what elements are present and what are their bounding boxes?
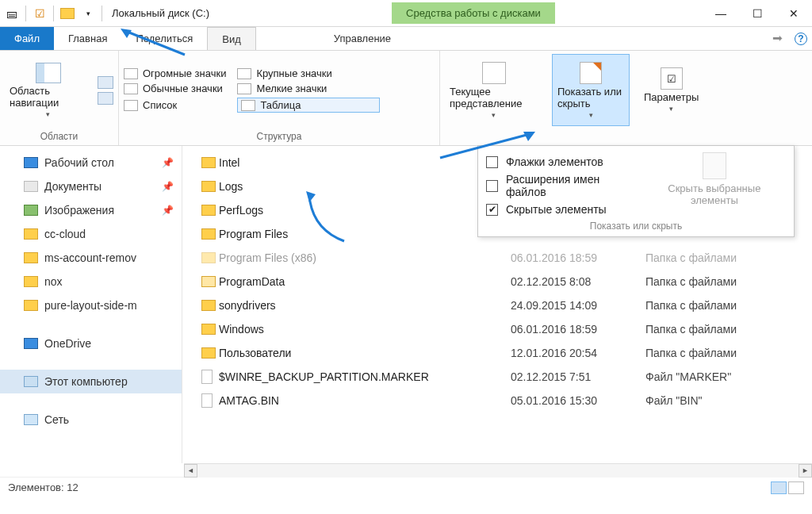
doc-icon — [24, 181, 38, 192]
file-date: 02.12.2015 7:51 — [511, 370, 645, 383]
help-icon[interactable]: ? — [795, 33, 807, 45]
details-pane-icon[interactable] — [98, 92, 113, 105]
file-name: Program Files — [219, 228, 511, 240]
file-type: Папка с файлами — [645, 275, 737, 288]
scroll-track[interactable] — [197, 464, 799, 478]
sidebar-item[interactable]: Рабочий стол📌 — [0, 151, 182, 175]
layout-medium-icons[interactable]: Обычные значки — [124, 82, 226, 94]
tab-file[interactable]: Файл — [0, 27, 54, 50]
item-count-label: Элементов: 12 — [8, 481, 79, 493]
file-date: 12.01.2016 20:54 — [511, 347, 645, 359]
window-controls: — ☐ ✕ — [703, 2, 812, 25]
folder-icon — [201, 228, 216, 240]
view-mode-icons-icon[interactable] — [788, 481, 804, 494]
folder-icon — [201, 181, 216, 192]
layout-huge-icons[interactable]: Огромные значки — [124, 67, 226, 79]
sidebar-item[interactable]: pure-layout-side-m — [0, 293, 182, 317]
file-type: Папка с файлами — [645, 251, 737, 264]
file-name: Program Files (x86) — [219, 251, 511, 264]
layout-details[interactable]: Таблица — [237, 98, 380, 113]
file-date: 05.01.2016 15:30 — [511, 394, 645, 407]
show-hide-button[interactable]: Показать или скрыть ▾ — [552, 54, 630, 126]
sidebar-item[interactable]: Документы📌 — [0, 175, 182, 198]
table-row[interactable]: ProgramData02.12.2015 8:08Папка с файлам… — [182, 270, 812, 293]
pin-icon: 📌 — [162, 181, 174, 192]
navigation-pane[interactable]: Рабочий стол📌Документы📌Изображения📌cc-cl… — [0, 146, 182, 463]
pin-icon: 📌 — [162, 157, 174, 168]
sidebar-item[interactable]: cc-cloud — [0, 222, 182, 246]
table-row[interactable]: Пользователи12.01.2016 20:54Папка с файл… — [182, 341, 812, 365]
sidebar-item[interactable]: ms-account-remov — [0, 246, 182, 270]
qat-properties-icon[interactable]: ☑ — [31, 5, 48, 22]
quick-access-toolbar: 🖴 ☑ ▾ Локальный диск (C:) — [0, 5, 209, 22]
file-name: PerfLogs — [219, 204, 511, 217]
folder-icon — [24, 252, 38, 263]
preview-pane-icon[interactable] — [98, 76, 113, 89]
sidebar-item[interactable]: Изображения📌 — [0, 198, 182, 222]
toggle-file-extensions[interactable]: Расширения имен файлов — [486, 173, 643, 198]
sidebar-item-label: Рабочий стол — [44, 156, 114, 169]
file-name: Пользователи — [219, 347, 511, 359]
table-row[interactable]: Windows06.01.2016 18:59Папка с файлами — [182, 317, 812, 341]
contextual-tab-drive-tools[interactable]: Средства работы с дисками — [392, 2, 555, 24]
file-name: AMTAG.BIN — [219, 394, 511, 407]
scroll-left-button[interactable]: ◄ — [184, 464, 197, 478]
system-menu-icon[interactable]: 🖴 — [3, 5, 21, 22]
file-name: $WINRE_BACKUP_PARTITION.MARKER — [219, 370, 511, 383]
folder-icon — [201, 347, 216, 359]
blue-icon — [24, 338, 38, 349]
toggle-hidden-items[interactable]: ✔Скрытые элементы — [486, 203, 643, 216]
folder-icon — [59, 5, 76, 22]
layout-large-icons[interactable]: Крупные значки — [237, 67, 380, 79]
sidebar-item[interactable]: Сеть — [0, 408, 182, 432]
tab-manage[interactable]: Управление — [320, 27, 405, 50]
file-type: Папка с файлами — [645, 347, 737, 359]
layout-list[interactable]: Список — [124, 98, 226, 113]
table-row[interactable]: $WINRE_BACKUP_PARTITION.MARKER02.12.2015… — [182, 365, 812, 389]
close-button[interactable]: ✕ — [776, 2, 812, 25]
tab-view[interactable]: Вид — [207, 27, 256, 50]
sidebar-item-label: pure-layout-side-m — [44, 299, 137, 312]
table-row[interactable]: sonydrivers24.09.2015 14:09Папка с файла… — [182, 293, 812, 317]
toggle-item-checkboxes[interactable]: Флажки элементов — [486, 155, 643, 168]
maximize-button[interactable]: ☐ — [739, 2, 776, 25]
checkbox-icon[interactable]: ✔ — [486, 204, 498, 216]
layout-small-icons[interactable]: Мелкие значки — [237, 82, 380, 94]
checkbox-icon[interactable] — [486, 156, 498, 168]
file-type: Папка с файлами — [645, 299, 737, 312]
scroll-right-button[interactable]: ► — [799, 464, 812, 478]
checkbox-icon[interactable] — [486, 180, 498, 192]
hide-selected-items-button[interactable]: Скрыть выбранные элементы — [643, 151, 786, 206]
tab-home[interactable]: Главная — [54, 27, 121, 50]
sidebar-item[interactable]: nox — [0, 270, 182, 293]
options-button[interactable]: ☑ Параметры ▾ — [639, 54, 703, 126]
navigation-pane-button[interactable]: Область навигации ▾ — [5, 54, 91, 126]
folder-icon — [201, 276, 216, 287]
net-icon — [24, 414, 38, 425]
file-date: 02.12.2015 8:08 — [511, 275, 645, 288]
tab-share[interactable]: Поделиться — [121, 27, 207, 50]
minimize-button[interactable]: — — [703, 2, 739, 25]
sidebar-item-label: Сеть — [44, 413, 69, 426]
sidebar-item[interactable]: Этот компьютер — [0, 370, 182, 393]
show-hide-dropdown: Флажки элементов Расширения имен файлов … — [477, 145, 795, 237]
view-mode-details-icon[interactable] — [771, 481, 787, 494]
table-row[interactable]: AMTAG.BIN05.01.2016 15:30Файл "BIN" — [182, 389, 812, 412]
minimize-ribbon-icon[interactable]: ⮕ — [772, 33, 783, 45]
document-icon — [703, 152, 726, 179]
pin-icon: 📌 — [162, 205, 174, 216]
blue-icon — [24, 157, 38, 168]
file-name: sonydrivers — [219, 299, 511, 312]
folder-icon — [24, 228, 38, 240]
folder-icon — [24, 300, 38, 311]
sidebar-item[interactable]: OneDrive — [0, 332, 182, 355]
ribbon-group-label: Области — [0, 129, 118, 145]
file-icon — [201, 370, 213, 384]
horizontal-scrollbar[interactable]: ◄ ► — [184, 463, 812, 477]
status-bar: Элементов: 12 — [0, 477, 812, 497]
ribbon-group-panes: Область навигации ▾ Области — [0, 51, 119, 145]
qat-dropdown-icon[interactable]: ▾ — [79, 5, 97, 22]
sidebar-item-label: cc-cloud — [44, 228, 86, 240]
table-row[interactable]: Program Files (x86)06.01.2016 18:59Папка… — [182, 246, 812, 270]
current-view-button[interactable]: Текущее представление ▾ — [445, 54, 542, 126]
